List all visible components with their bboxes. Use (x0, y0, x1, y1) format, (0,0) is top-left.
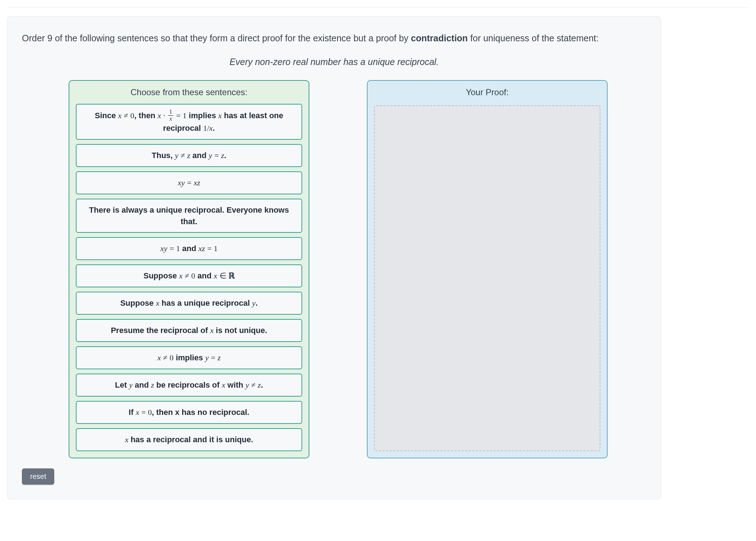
exercise-card: Order 9 of the following sentences so th… (7, 16, 661, 499)
sentence-text: Thus, y ≠ z and y = z. (152, 151, 226, 160)
top-divider (7, 7, 749, 8)
source-panel-title: Choose from these sentences: (76, 87, 302, 97)
sentence-item[interactable]: xy = xz (76, 171, 302, 194)
proof-dropzone[interactable] (374, 105, 600, 451)
sentence-item[interactable]: Let y and z be reciprocals of x with y ≠… (76, 374, 302, 397)
reset-button[interactable]: reset (22, 468, 54, 485)
sentence-text: xy = xz (178, 178, 200, 187)
sentence-text: Let y and z be reciprocals of x with y ≠… (115, 380, 263, 389)
sentence-item[interactable]: There is always a unique reciprocal. Eve… (76, 199, 302, 233)
sentence-item[interactable]: Suppose x ≠ 0 and x ∈ ℝ (76, 264, 302, 287)
sentence-item[interactable]: Suppose x has a unique reciprocal y. (76, 292, 302, 315)
instructions-part1: Order 9 of the following sentences so th… (22, 33, 411, 43)
sentence-item[interactable]: xy = 1 and xz = 1 (76, 237, 302, 260)
statement-text: Every non-zero real number has a unique … (137, 57, 532, 67)
sentence-text: x has a reciprocal and it is unique. (125, 435, 253, 444)
sentence-item[interactable]: x ≠ 0 implies y = z (76, 346, 302, 369)
source-panel: Choose from these sentences: Since x ≠ 0… (69, 80, 309, 458)
sentence-item[interactable]: If x = 0, then x has no reciprocal. (76, 401, 302, 424)
sentence-text: xy = 1 and xz = 1 (160, 244, 217, 253)
sentence-text: Suppose x ≠ 0 and x ∈ ℝ (143, 271, 234, 280)
sentence-list: Since x ≠ 0, then x · 1x = 1 implies x h… (76, 104, 302, 451)
instructions-part2: for uniqueness of the statement: (470, 33, 599, 43)
sentence-text: Suppose x has a unique reciprocal y. (120, 299, 258, 308)
instructions-bold: contradiction (411, 33, 468, 43)
target-panel: Your Proof: (367, 80, 608, 458)
sentence-text: There is always a unique reciprocal. Eve… (89, 205, 289, 226)
reset-wrap: reset (22, 468, 646, 485)
sentence-item[interactable]: Since x ≠ 0, then x · 1x = 1 implies x h… (76, 104, 302, 140)
target-panel-title: Your Proof: (374, 87, 600, 97)
instructions-text: Order 9 of the following sentences so th… (22, 31, 646, 45)
sentence-text: Since x ≠ 0, then x · 1x = 1 implies x h… (95, 111, 284, 133)
sentence-text: Presume the reciprocal of x is not uniqu… (111, 326, 267, 335)
sentence-text: x ≠ 0 implies y = z (157, 353, 221, 362)
sentence-text: If x = 0, then x has no reciprocal. (129, 408, 249, 417)
sentence-item[interactable]: Presume the reciprocal of x is not uniqu… (76, 319, 302, 342)
sentence-item[interactable]: Thus, y ≠ z and y = z. (76, 144, 302, 167)
columns-wrap: Choose from these sentences: Since x ≠ 0… (22, 80, 646, 458)
sentence-item[interactable]: x has a reciprocal and it is unique. (76, 428, 302, 451)
